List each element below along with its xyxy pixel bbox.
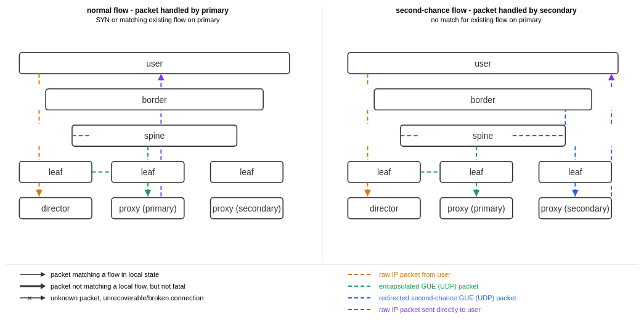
blue-dashed-line-icon (347, 294, 374, 302)
svg-text:spine: spine (144, 131, 165, 141)
normal-flow-title: normal flow - packet handled by primary (87, 6, 229, 15)
svg-text:proxy (primary): proxy (primary) (447, 204, 505, 213)
legend-divider (322, 270, 322, 314)
normal-flow-diagram: normal flow - packet handled by primary … (6, 6, 309, 261)
svg-text:spine: spine (473, 131, 493, 141)
svg-text:leaf: leaf (568, 167, 582, 177)
legend-text-purple: raw IP packet sent directly to user (379, 306, 481, 313)
svg-text:leaf: leaf (49, 167, 63, 177)
svg-marker-32 (158, 73, 165, 80)
legend-item-purple: raw IP packet sent directly to user (347, 305, 626, 314)
legend-text-solid-thin: packet matching a flow in local state (51, 271, 159, 278)
svg-marker-22 (36, 190, 43, 197)
svg-marker-70 (608, 73, 615, 80)
svg-marker-26 (145, 190, 152, 197)
svg-text:✕: ✕ (27, 295, 32, 302)
svg-marker-65 (572, 190, 579, 197)
svg-text:leaf: leaf (377, 167, 391, 177)
legend-item-green: encapsulated GUE (UDP) packet (347, 282, 626, 290)
diagrams-row: normal flow - packet handled by primary … (6, 6, 638, 261)
svg-text:border: border (471, 95, 496, 105)
legend-item-blue: redirected second-chance GUE (UDP) packe… (347, 294, 626, 302)
solid-x-line-icon: ✕ (18, 294, 46, 302)
svg-marker-74 (41, 283, 46, 289)
legend-item-solid-thin: packet matching a flow in local state (18, 270, 297, 279)
purple-dashed-line-icon (347, 305, 374, 314)
legend-text-orange: raw IP packet from user (379, 271, 450, 278)
second-chance-subtitle: no match for existing flow on primary (431, 16, 541, 23)
green-dashed-line-icon (347, 282, 374, 290)
solid-thin-line-icon (18, 270, 46, 279)
legend-text-solid-thick: packet not matching a local flow, but no… (51, 282, 185, 290)
legend-left: packet matching a flow in local state pa… (18, 270, 297, 314)
svg-text:user: user (146, 59, 163, 68)
svg-marker-55 (364, 190, 371, 197)
diagram-divider (322, 6, 322, 261)
legend-row: packet matching a flow in local state pa… (6, 265, 638, 319)
legend-item-orange: raw IP packet from user (347, 270, 626, 279)
svg-text:director: director (370, 204, 399, 213)
svg-text:leaf: leaf (470, 167, 484, 177)
main-container: normal flow - packet handled by primary … (0, 0, 644, 325)
second-chance-diagram: second-chance flow - packet handled by s… (335, 6, 638, 261)
svg-text:user: user (475, 59, 491, 68)
svg-text:proxy (primary): proxy (primary) (119, 204, 176, 213)
normal-flow-svg: user border spine leaf leaf leaf directo… (6, 28, 309, 261)
svg-marker-59 (473, 190, 480, 197)
legend-right: raw IP packet from user encapsulated GUE… (347, 270, 626, 314)
normal-flow-subtitle: SYN or matching existing flow on primary (96, 16, 219, 23)
legend-item-solid-x: ✕ unknown packet, unrecoverable/broken c… (18, 294, 297, 302)
svg-text:border: border (142, 95, 168, 105)
solid-thick-line-icon (18, 282, 46, 290)
legend-item-solid-thick: packet not matching a local flow, but no… (18, 282, 297, 290)
svg-text:leaf: leaf (240, 167, 254, 177)
legend-text-blue: redirected second-chance GUE (UDP) packe… (379, 294, 516, 302)
svg-marker-77 (41, 295, 46, 300)
svg-text:proxy (secondary): proxy (secondary) (213, 204, 281, 213)
second-chance-svg: user border spine leaf leaf leaf directo… (335, 28, 638, 261)
orange-dashed-line-icon (347, 270, 374, 279)
svg-marker-72 (41, 272, 46, 277)
svg-text:leaf: leaf (141, 167, 155, 177)
second-chance-title: second-chance flow - packet handled by s… (396, 6, 576, 15)
svg-text:director: director (41, 204, 70, 213)
legend-text-green: encapsulated GUE (UDP) packet (379, 282, 478, 290)
legend-text-solid-x: unknown packet, unrecoverable/broken con… (51, 294, 203, 302)
svg-text:proxy (secondary): proxy (secondary) (541, 204, 609, 213)
